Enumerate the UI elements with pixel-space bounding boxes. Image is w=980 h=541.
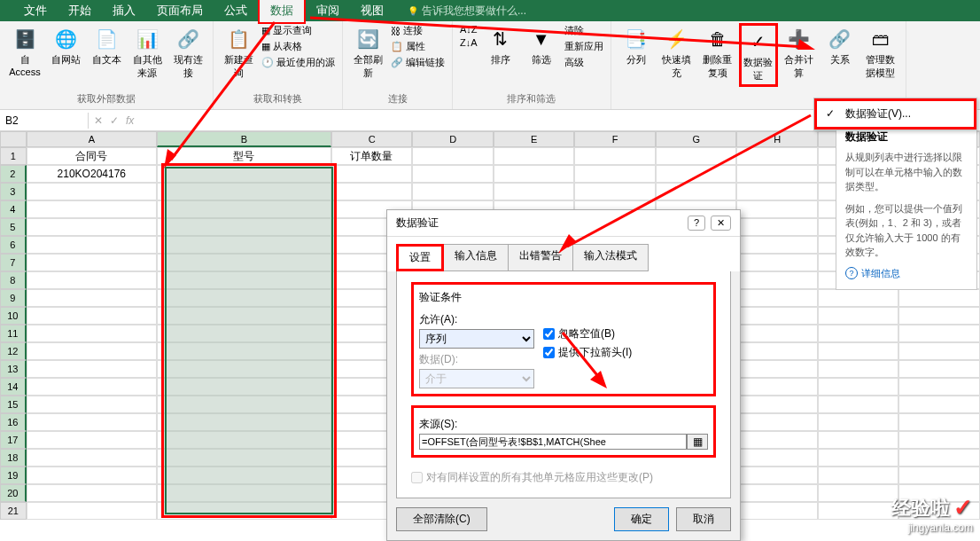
row-header[interactable]: 14 <box>0 378 27 396</box>
row-header[interactable]: 8 <box>0 271 27 289</box>
cell[interactable] <box>898 449 980 467</box>
tab-file[interactable]: 文件 <box>13 0 58 22</box>
cell[interactable] <box>736 378 818 396</box>
cell[interactable]: 合同号 <box>27 147 158 165</box>
source-ref-button[interactable]: ▦ <box>687 434 708 450</box>
cell[interactable] <box>736 236 818 254</box>
cell[interactable] <box>818 467 899 484</box>
data-validation-menu-item[interactable]: ✓ 数据验证(V)... <box>814 98 976 129</box>
cell[interactable] <box>331 165 413 183</box>
cell[interactable] <box>736 200 818 218</box>
cell[interactable] <box>736 467 818 484</box>
cell[interactable] <box>736 218 818 236</box>
remove-duplicates-button[interactable]: 🗑删除重复项 <box>698 23 737 82</box>
cell[interactable] <box>818 307 899 325</box>
cell[interactable]: 型号 <box>157 147 331 165</box>
flash-fill-button[interactable]: ⚡快速填充 <box>657 23 696 82</box>
dialog-tab-settings[interactable]: 设置 <box>396 244 444 271</box>
cell[interactable] <box>412 183 494 200</box>
row-header[interactable]: 11 <box>0 325 27 342</box>
cell[interactable] <box>574 147 656 165</box>
fx-icon[interactable]: fx <box>126 114 134 127</box>
sort-az-button[interactable]: A↓Z <box>458 23 479 35</box>
cell[interactable] <box>27 254 158 271</box>
existing-conn-button[interactable]: 🔗现有连接 <box>168 23 207 82</box>
cell[interactable] <box>736 183 818 200</box>
row-header[interactable]: 21 <box>0 502 27 520</box>
cell[interactable] <box>818 413 899 431</box>
cell[interactable] <box>27 271 158 289</box>
row-header[interactable]: 4 <box>0 200 27 218</box>
row-header[interactable]: 19 <box>0 467 27 484</box>
source-input[interactable] <box>419 434 687 450</box>
cell[interactable] <box>736 396 818 413</box>
relationships-button[interactable]: 🔗关系 <box>821 23 859 68</box>
col-header-A[interactable]: A <box>27 131 158 147</box>
cell[interactable] <box>736 271 818 289</box>
dropdown-arrow-checkbox[interactable]: 提供下拉箭头(I) <box>543 345 632 360</box>
col-header-E[interactable]: E <box>494 131 575 147</box>
show-query-button[interactable]: ▦显示查询 <box>260 23 337 38</box>
row-header[interactable]: 13 <box>0 360 27 378</box>
cell[interactable] <box>656 183 737 200</box>
cell[interactable] <box>494 147 575 165</box>
cell[interactable] <box>898 396 980 413</box>
from-web-button[interactable]: 🌐自网站 <box>46 23 85 68</box>
dialog-tab-input[interactable]: 输入信息 <box>443 244 509 271</box>
cell[interactable] <box>494 165 575 183</box>
cell[interactable] <box>736 449 818 467</box>
col-header-G[interactable]: G <box>656 131 737 147</box>
advanced-button[interactable]: 高级 <box>563 55 605 70</box>
cell[interactable] <box>736 342 818 360</box>
cell[interactable] <box>898 360 980 378</box>
cell[interactable] <box>736 147 818 165</box>
data-model-button[interactable]: 🗃管理数据模型 <box>861 23 900 82</box>
row-header[interactable]: 1 <box>0 147 27 165</box>
from-text-button[interactable]: 📄自文本 <box>87 23 126 68</box>
col-header-B[interactable]: B <box>157 131 331 147</box>
row-header[interactable]: 9 <box>0 289 27 307</box>
reapply-button[interactable]: 重新应用 <box>563 39 605 54</box>
cancel-formula-icon[interactable]: ✕ <box>94 114 103 127</box>
cell[interactable] <box>27 183 158 200</box>
consolidate-button[interactable]: ➕合并计算 <box>780 23 819 82</box>
enter-formula-icon[interactable]: ✓ <box>110 114 119 127</box>
cell[interactable] <box>27 484 158 502</box>
sort-za-button[interactable]: Z↓A <box>458 36 479 49</box>
cell[interactable] <box>27 200 158 218</box>
row-header[interactable]: 17 <box>0 431 27 449</box>
cell[interactable] <box>898 307 980 325</box>
tooltip-more-info-link[interactable]: 详细信息 <box>845 267 968 280</box>
text-to-columns-button[interactable]: 📑分列 <box>617 23 656 68</box>
cell[interactable] <box>27 431 158 449</box>
cell[interactable] <box>736 254 818 271</box>
cell[interactable] <box>27 325 158 342</box>
col-header-F[interactable]: F <box>574 131 656 147</box>
name-box[interactable]: B2 <box>0 113 89 129</box>
cell[interactable] <box>736 165 818 183</box>
cell[interactable] <box>27 378 158 396</box>
cell[interactable] <box>27 502 158 520</box>
cell[interactable] <box>736 325 818 342</box>
cell[interactable] <box>27 342 158 360</box>
cancel-button[interactable]: 取消 <box>676 507 731 531</box>
cell[interactable] <box>898 413 980 431</box>
cell[interactable] <box>736 289 818 307</box>
cell[interactable] <box>818 484 899 502</box>
row-header[interactable]: 15 <box>0 396 27 413</box>
cell[interactable] <box>27 307 158 325</box>
cell[interactable] <box>898 325 980 342</box>
tab-page-layout[interactable]: 页面布局 <box>146 0 214 22</box>
cell[interactable] <box>898 342 980 360</box>
tab-formulas[interactable]: 公式 <box>214 0 258 22</box>
apply-all-checkbox[interactable]: 对有同样设置的所有其他单元格应用这些更改(P) <box>411 470 716 485</box>
cell[interactable] <box>818 342 899 360</box>
tab-home[interactable]: 开始 <box>58 0 102 22</box>
cell[interactable] <box>27 449 158 467</box>
cell[interactable] <box>656 147 737 165</box>
cell[interactable] <box>736 431 818 449</box>
col-header-C[interactable]: C <box>331 131 413 147</box>
from-access-button[interactable]: 🗄️自 Access <box>5 23 44 79</box>
row-header[interactable]: 3 <box>0 183 27 200</box>
new-query-button[interactable]: 📋新建查询 <box>219 23 258 82</box>
